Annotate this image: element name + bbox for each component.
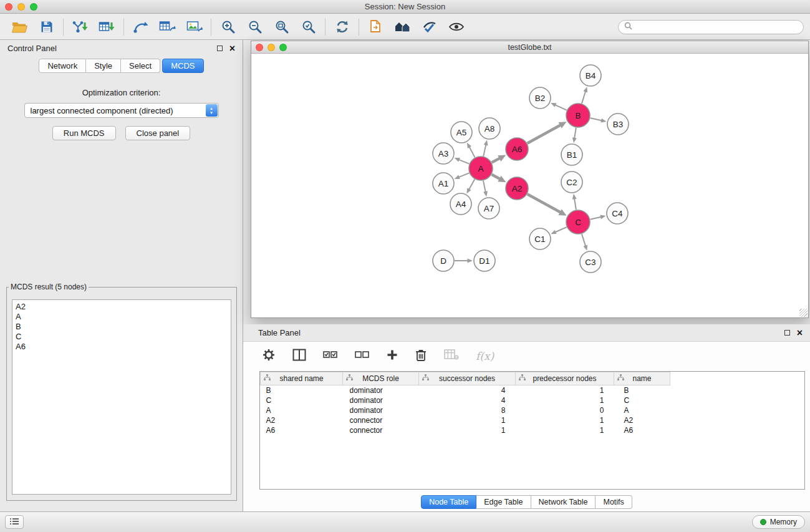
column-header-mcds-role[interactable]: MCDS role <box>343 372 419 385</box>
network-edge[interactable] <box>551 103 567 110</box>
minimize-window-button[interactable] <box>17 3 25 11</box>
network-edge[interactable] <box>528 194 567 216</box>
network-node[interactable]: A2 <box>506 177 528 200</box>
network-node[interactable]: A6 <box>506 138 528 160</box>
network-close-button[interactable] <box>256 44 263 51</box>
network-edge[interactable] <box>572 128 577 143</box>
table-row[interactable]: Cdominator41C <box>261 395 670 405</box>
tab-motifs[interactable]: Motifs <box>595 495 632 509</box>
import-network-button[interactable] <box>67 16 94 37</box>
network-edge[interactable] <box>455 158 470 164</box>
apply-layout-button[interactable] <box>329 16 355 37</box>
tab-edge-table[interactable]: Edge Table <box>476 495 531 509</box>
network-node[interactable]: C4 <box>607 203 628 224</box>
export-network-button[interactable] <box>127 16 154 37</box>
close-panel-icon[interactable]: × <box>229 44 235 54</box>
mcds-result-item[interactable]: C <box>16 332 228 342</box>
network-node[interactable]: A3 <box>433 143 454 164</box>
table-row[interactable]: Bdominator41B <box>261 385 670 395</box>
network-node[interactable]: C3 <box>580 251 601 273</box>
run-mcds-button[interactable]: Run MCDS <box>52 126 116 140</box>
close-table-panel-icon[interactable]: × <box>797 328 803 338</box>
criterion-select[interactable]: largest connected component (directed) ▴… <box>24 103 219 118</box>
network-edge[interactable] <box>466 179 475 193</box>
tab-network-table[interactable]: Network Table <box>531 495 596 509</box>
network-node[interactable]: C2 <box>561 172 582 193</box>
network-node[interactable]: B4 <box>580 65 601 86</box>
column-header-predecessor-nodes[interactable]: predecessor nodes <box>516 372 614 385</box>
export-table-button[interactable] <box>154 16 181 37</box>
mcds-result-list[interactable]: A2ABCA6 <box>12 299 231 495</box>
float-table-panel-icon[interactable] <box>784 330 790 336</box>
show-hide-button[interactable] <box>443 16 470 37</box>
visual-style-button[interactable] <box>416 16 443 37</box>
show-columns-button[interactable] <box>292 349 306 364</box>
column-header-successor-nodes[interactable]: successor nodes <box>419 372 516 385</box>
import-table-button[interactable] <box>94 16 120 37</box>
deselect-all-button[interactable] <box>355 351 370 362</box>
close-panel-button[interactable]: Close panel <box>125 126 191 140</box>
zoom-selected-button[interactable] <box>295 16 322 37</box>
select-all-button[interactable] <box>323 351 338 362</box>
network-edge[interactable] <box>467 143 475 158</box>
network-edge[interactable] <box>483 181 488 197</box>
network-node[interactable]: B2 <box>529 87 551 109</box>
network-edge[interactable] <box>492 155 506 162</box>
memory-button[interactable]: Memory <box>752 515 805 529</box>
task-history-button[interactable] <box>5 515 24 529</box>
tab-node-table[interactable]: Node Table <box>421 495 476 509</box>
delete-table-button[interactable] <box>444 349 459 363</box>
home-button[interactable] <box>389 16 416 37</box>
add-column-button[interactable] <box>387 349 398 363</box>
float-panel-icon[interactable] <box>217 46 223 51</box>
close-window-button[interactable] <box>5 3 12 11</box>
network-edge[interactable] <box>455 173 470 179</box>
network-node[interactable]: A1 <box>433 173 454 194</box>
network-node[interactable]: A8 <box>479 118 500 139</box>
zoom-out-button[interactable] <box>241 16 268 37</box>
network-edge[interactable] <box>591 215 606 220</box>
mcds-result-item[interactable]: B <box>16 322 228 332</box>
zoom-window-button[interactable] <box>30 3 37 11</box>
tab-select[interactable]: Select <box>121 59 160 73</box>
network-edge[interactable] <box>572 194 577 210</box>
network-node[interactable]: A <box>469 157 493 180</box>
network-edge[interactable] <box>582 87 587 104</box>
tab-mcds[interactable]: MCDS <box>162 59 203 73</box>
network-edge[interactable] <box>455 259 473 263</box>
network-node[interactable]: D <box>433 250 454 271</box>
network-edge[interactable] <box>492 175 506 183</box>
network-node[interactable]: C1 <box>529 228 551 249</box>
column-header-shared-name[interactable]: shared name <box>261 372 343 385</box>
delete-column-button[interactable] <box>415 348 427 364</box>
mcds-result-item[interactable]: A6 <box>16 342 228 352</box>
table-row[interactable]: A2connector11A2 <box>261 415 670 425</box>
search-input[interactable] <box>635 22 798 31</box>
network-edge[interactable] <box>483 140 488 157</box>
zoom-in-button[interactable] <box>215 16 241 37</box>
network-edge[interactable] <box>591 118 607 122</box>
tab-network[interactable]: Network <box>39 59 86 73</box>
network-minimize-button[interactable] <box>268 44 275 51</box>
network-node[interactable]: B <box>566 104 590 127</box>
mcds-result-item[interactable]: A2 <box>16 302 228 312</box>
open-session-button[interactable] <box>6 16 33 37</box>
network-node[interactable]: C <box>566 210 590 234</box>
zoom-fit-button[interactable] <box>268 16 295 37</box>
save-session-button[interactable] <box>33 16 60 37</box>
network-node[interactable]: A4 <box>450 193 471 215</box>
table-row[interactable]: Adominator80A <box>261 405 670 415</box>
table-settings-button[interactable] <box>262 348 276 364</box>
resize-grip[interactable] <box>799 309 808 317</box>
mcds-result-item[interactable]: A <box>16 312 228 322</box>
network-edge[interactable] <box>582 234 587 251</box>
network-edge[interactable] <box>551 227 566 234</box>
network-graph[interactable]: B4B2BB3A8A5A6A3B1AC2A1A2A4A7C4CC1C3DD1 <box>251 54 808 317</box>
network-node[interactable]: B1 <box>561 144 582 165</box>
export-image-button[interactable] <box>181 16 208 37</box>
network-canvas[interactable]: B4B2BB3A8A5A6A3B1AC2A1A2A4A7C4CC1C3DD1 <box>251 54 808 317</box>
function-builder-button[interactable]: f(x) <box>476 350 494 362</box>
network-zoom-button[interactable] <box>279 44 287 51</box>
tab-style[interactable]: Style <box>86 59 121 73</box>
network-node[interactable]: D1 <box>474 250 495 271</box>
